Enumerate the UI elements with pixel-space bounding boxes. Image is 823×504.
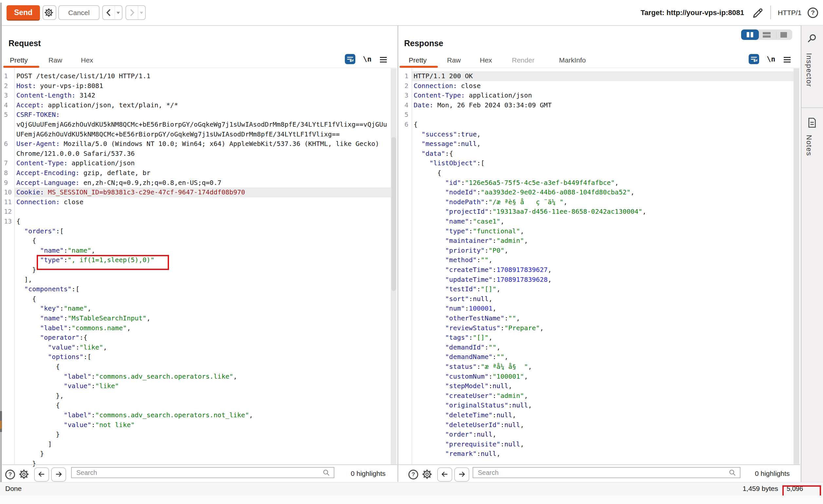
- request-code-line[interactable]: {: [16, 362, 59, 372]
- request-code-line[interactable]: {: [16, 294, 36, 304]
- sidebar-tab-inspector[interactable]: Inspector: [805, 53, 813, 87]
- response-code-line[interactable]: "success":true,: [414, 130, 481, 140]
- panel-divider[interactable]: [397, 25, 398, 482]
- request-code-line[interactable]: Connection: close: [16, 197, 84, 207]
- layout-single-button[interactable]: [781, 32, 787, 38]
- request-code-line[interactable]: POST /test/case/list/1/10 HTTP/1.1: [16, 71, 150, 81]
- response-wrap-icon[interactable]: [749, 54, 759, 64]
- response-code-line[interactable]: "stepModel":null,: [414, 381, 512, 391]
- request-search-input[interactable]: Search: [71, 467, 334, 478]
- request-newline-toggle[interactable]: \n: [363, 55, 372, 63]
- request-code-line[interactable]: Chrome/121.0.0.0 Safari/537.36: [16, 149, 135, 159]
- request-tab-hex[interactable]: Hex: [81, 56, 93, 64]
- request-code-line[interactable]: "value":"like",: [16, 343, 107, 352]
- request-code-line[interactable]: Content-Type: application/json: [16, 159, 135, 168]
- response-code-line[interactable]: "tags":"[]",: [414, 333, 493, 343]
- response-code-line[interactable]: "name":"case1",: [414, 217, 504, 227]
- request-code-line[interactable]: "label":"commons.adv_search.operators.no…: [16, 411, 253, 420]
- request-code-line[interactable]: "label":"commons.adv_search.operators.li…: [16, 372, 237, 382]
- request-code-line[interactable]: "options":[: [16, 352, 92, 362]
- request-code-line[interactable]: ]: [16, 440, 52, 449]
- response-code-line[interactable]: "deleteTime":null,: [414, 411, 516, 420]
- response-code-line[interactable]: {: [414, 168, 441, 178]
- request-code-line[interactable]: "value":"like": [16, 381, 119, 391]
- response-code-line[interactable]: "type":"functional",: [414, 227, 524, 236]
- response-code-line[interactable]: "sort":null,: [414, 294, 493, 304]
- forward-button[interactable]: [126, 5, 146, 20]
- request-code-line[interactable]: ],: [16, 275, 32, 285]
- response-code-line[interactable]: Content-Type: application/json: [414, 91, 532, 100]
- forward-dropdown-icon[interactable]: [140, 12, 143, 14]
- send-button[interactable]: Send: [7, 5, 40, 21]
- request-code-line[interactable]: }: [16, 430, 59, 440]
- response-code-line[interactable]: "remark":null,: [414, 449, 500, 459]
- response-code-line[interactable]: "createTime":1708917839627,: [414, 265, 551, 275]
- response-code-line[interactable]: "id":"126e56a5-75f5-4c5e-a3ef-b449f4fafb…: [414, 178, 619, 188]
- response-code-line[interactable]: Date: Mon, 26 Feb 2024 03:34:09 GMT: [414, 100, 551, 110]
- response-code-line[interactable]: "originalStatus":null,: [414, 401, 532, 411]
- request-wrap-icon[interactable]: [345, 54, 355, 64]
- response-code-line[interactable]: "priority":"P0",: [414, 246, 508, 256]
- response-code-line[interactable]: "prerequisite":null,: [414, 440, 524, 449]
- response-code-line[interactable]: "testId":"[]",: [414, 284, 500, 294]
- request-code-line[interactable]: vQjGUuUFemjAG6zhOuVdKU5kNM8QCMc+bE56rBio…: [16, 120, 387, 130]
- response-code-line[interactable]: "listObject":[: [414, 159, 485, 168]
- request-code-line[interactable]: {: [16, 236, 36, 246]
- search-prev-button-left[interactable]: [34, 467, 49, 482]
- request-code-line[interactable]: }: [16, 265, 36, 275]
- response-tab-raw[interactable]: Raw: [447, 56, 461, 64]
- request-code-line[interactable]: Accept: application/json, text/plain, */…: [16, 100, 178, 110]
- response-code-line[interactable]: "projectId":"19313aa7-d456-11ee-8658-024…: [414, 207, 646, 217]
- notes-icon[interactable]: [807, 117, 817, 128]
- response-code-line[interactable]: "customNum":"100001",: [414, 372, 528, 382]
- response-code-line[interactable]: "maintainer":"admin",: [414, 236, 528, 246]
- back-button[interactable]: [102, 5, 123, 20]
- search-help-icon-left[interactable]: ?: [5, 470, 15, 479]
- response-code-line[interactable]: "status":"æ ªå¼ å§ ",: [414, 362, 532, 372]
- http-version-label[interactable]: HTTP/1: [778, 0, 801, 25]
- request-scrollbar[interactable]: [391, 68, 396, 464]
- response-code-line[interactable]: "data":{: [414, 149, 453, 159]
- response-code-line[interactable]: HTTP/1.1 200 OK: [414, 71, 473, 81]
- request-code-line[interactable]: Cookie: MS_SESSION_ID=b98381c3-c29e-47cf…: [16, 188, 245, 197]
- search-help-icon-right[interactable]: ?: [408, 470, 418, 479]
- edit-target-icon[interactable]: [752, 7, 764, 19]
- request-code-line[interactable]: "orders":[: [16, 227, 64, 236]
- request-tab-raw[interactable]: Raw: [48, 56, 62, 64]
- response-code-line[interactable]: "nodeId":"aa393de2-9e02-44b6-a088-104fd8…: [414, 188, 634, 197]
- response-tab-markinfo[interactable]: MarkInfo: [559, 56, 586, 64]
- request-code-line[interactable]: "key":"name",: [16, 304, 92, 313]
- request-code-line[interactable]: },: [16, 391, 64, 401]
- request-code-line[interactable]: "name":"name",: [16, 246, 95, 256]
- request-menu-icon[interactable]: [380, 57, 387, 63]
- request-code-line[interactable]: "operator":{: [16, 333, 88, 343]
- request-tab-pretty[interactable]: Pretty: [10, 56, 28, 64]
- response-tab-hex[interactable]: Hex: [480, 56, 492, 64]
- back-dropdown-icon[interactable]: [117, 12, 120, 14]
- response-code-line[interactable]: Connection: close: [414, 81, 481, 91]
- request-code-line[interactable]: UFemjAG6zhOuVdKU5kNM8QCMc+bE56rBiorpGY/o…: [16, 130, 340, 140]
- response-code-line[interactable]: "num":100001,: [414, 304, 496, 313]
- response-code-line[interactable]: "updateTime":1708917839628,: [414, 275, 551, 285]
- response-code-line[interactable]: "message":null,: [414, 139, 481, 149]
- request-code-line[interactable]: {: [16, 217, 20, 227]
- search-next-button-right[interactable]: [454, 467, 469, 482]
- response-tab-pretty[interactable]: Pretty: [409, 56, 427, 64]
- request-code-line[interactable]: "components":[: [16, 284, 79, 294]
- response-code-line[interactable]: "order":null,: [414, 430, 496, 440]
- request-code-line[interactable]: Content-Length: 3142: [16, 91, 95, 100]
- request-code-line[interactable]: Accept-Language: en,zh-CN;q=0.9,zh;q=0.8…: [16, 178, 221, 188]
- request-code-line[interactable]: User-Agent: Mozilla/5.0 (Windows NT 10.0…: [16, 139, 379, 149]
- response-code-line[interactable]: "otherTestName":"",: [414, 313, 520, 323]
- inspector-icon[interactable]: [806, 33, 817, 44]
- layout-columns-button[interactable]: [741, 29, 759, 40]
- request-code-line[interactable]: }: [16, 459, 36, 469]
- request-settings-button[interactable]: [42, 5, 56, 20]
- response-code-line[interactable]: "demandId":"",: [414, 343, 500, 352]
- response-code-line[interactable]: "createUser":"admin",: [414, 391, 528, 401]
- request-code-line[interactable]: "value":"not like": [16, 420, 135, 430]
- sidebar-tab-notes[interactable]: Notes: [805, 135, 813, 156]
- help-icon[interactable]: ?: [808, 8, 818, 18]
- search-next-button-left[interactable]: [51, 467, 66, 482]
- search-settings-icon-right[interactable]: [421, 468, 433, 480]
